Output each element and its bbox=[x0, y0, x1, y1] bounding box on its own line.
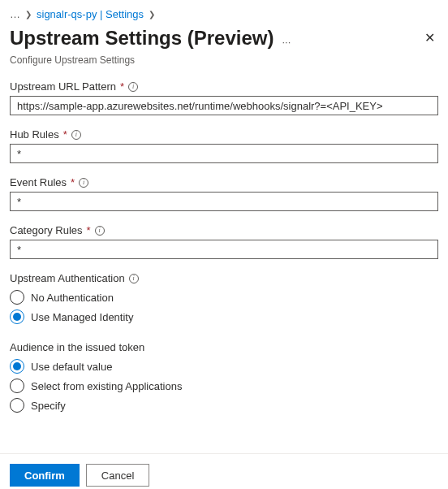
required-asterisk: * bbox=[87, 224, 91, 236]
required-asterisk: * bbox=[120, 80, 124, 93]
info-icon[interactable]: i bbox=[128, 82, 138, 92]
chevron-right-icon: ❯ bbox=[25, 10, 32, 19]
more-icon[interactable]: ··· bbox=[282, 36, 291, 48]
radio-audience-existing[interactable]: Select from existing Applications bbox=[10, 376, 438, 396]
radio-no-auth[interactable]: No Authentication bbox=[10, 288, 438, 307]
panel-header: Upstream Settings (Preview) ··· ✕ bbox=[0, 24, 448, 54]
breadcrumb-link[interactable]: signalr-qs-py | Settings bbox=[37, 8, 144, 20]
audience-label: Audience in the issued token bbox=[10, 341, 438, 353]
radio-icon bbox=[10, 379, 24, 393]
radio-label: No Authentication bbox=[31, 292, 114, 304]
category-rules-input[interactable] bbox=[10, 240, 438, 259]
event-rules-input[interactable] bbox=[10, 192, 438, 211]
radio-label: Use default value bbox=[31, 361, 112, 373]
info-icon[interactable]: i bbox=[71, 130, 81, 140]
radio-label: Specify bbox=[31, 400, 66, 412]
audience-radio-group: Use default value Select from existing A… bbox=[10, 357, 438, 415]
radio-icon bbox=[10, 290, 24, 305]
breadcrumb-ellipsis-icon[interactable]: … bbox=[10, 8, 20, 20]
hub-rules-label: Hub Rules * i bbox=[10, 128, 438, 141]
category-rules-label: Category Rules * i bbox=[10, 224, 438, 236]
radio-icon bbox=[10, 398, 24, 413]
url-pattern-label: Upstream URL Pattern * i bbox=[10, 80, 438, 93]
radio-label: Select from existing Applications bbox=[31, 380, 182, 392]
url-pattern-input[interactable] bbox=[10, 96, 438, 115]
info-icon[interactable]: i bbox=[79, 178, 88, 188]
page-title: Upstream Settings (Preview) bbox=[10, 27, 274, 50]
required-asterisk: * bbox=[71, 176, 75, 188]
radio-managed-identity[interactable]: Use Managed Identity bbox=[10, 307, 438, 327]
required-asterisk: * bbox=[63, 128, 67, 141]
radio-audience-default[interactable]: Use default value bbox=[10, 357, 438, 376]
auth-label: Upstream Authentication i bbox=[10, 272, 438, 284]
page-subtitle: Configure Upstream Settings bbox=[0, 54, 448, 80]
radio-icon bbox=[10, 309, 24, 324]
info-icon[interactable]: i bbox=[95, 226, 105, 236]
radio-audience-specify[interactable]: Specify bbox=[10, 396, 438, 415]
close-icon[interactable]: ✕ bbox=[421, 27, 438, 49]
event-rules-label: Event Rules * i bbox=[10, 176, 438, 188]
breadcrumb: … ❯ signalr-qs-py | Settings ❯ bbox=[0, 0, 448, 24]
chevron-right-icon: ❯ bbox=[149, 10, 155, 19]
radio-label: Use Managed Identity bbox=[31, 311, 133, 323]
info-icon[interactable]: i bbox=[129, 274, 139, 283]
hub-rules-input[interactable] bbox=[10, 144, 438, 163]
radio-icon bbox=[10, 359, 24, 374]
auth-radio-group: No Authentication Use Managed Identity bbox=[10, 288, 438, 327]
